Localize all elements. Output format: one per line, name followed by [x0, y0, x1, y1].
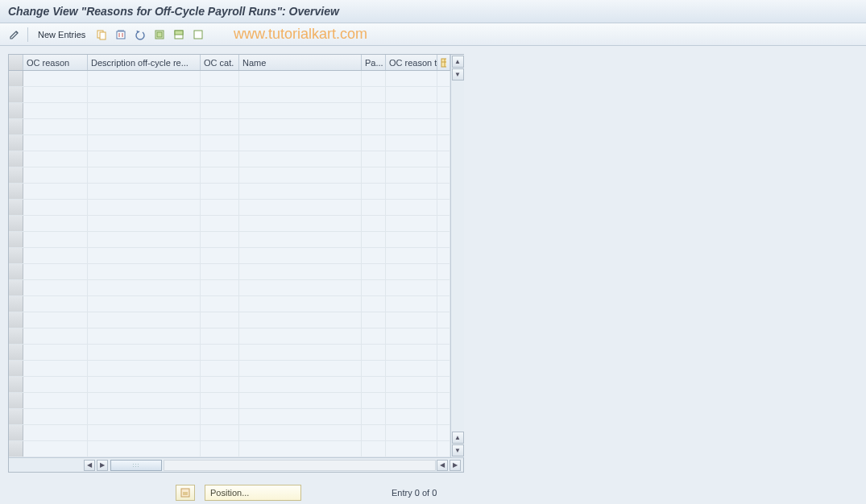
table-row[interactable]: [9, 71, 450, 87]
cell-description[interactable]: [88, 441, 201, 456]
position-button[interactable]: Position...: [205, 485, 301, 501]
table-row[interactable]: [9, 248, 450, 264]
cell-oc-reason[interactable]: [23, 216, 88, 231]
cell-oc-cat[interactable]: [201, 425, 239, 440]
cell-description[interactable]: [88, 361, 201, 376]
row-selector[interactable]: [9, 87, 23, 102]
table-row[interactable]: [9, 409, 450, 425]
cell-name[interactable]: [239, 328, 362, 344]
column-header-oc-reason[interactable]: OC reason: [23, 55, 88, 70]
table-row[interactable]: [9, 232, 450, 248]
table-settings-button[interactable]: [437, 55, 450, 70]
row-selector[interactable]: [9, 377, 23, 392]
cell-oc-cat[interactable]: [201, 248, 239, 263]
cell-oc-reason[interactable]: [23, 232, 88, 247]
cell-description[interactable]: [88, 296, 201, 312]
cell-oc-cat[interactable]: [201, 119, 239, 134]
cell-pa[interactable]: [362, 135, 386, 151]
cell-name[interactable]: [239, 248, 362, 263]
cell-oc-reason-type[interactable]: [386, 119, 437, 134]
cell-name[interactable]: [239, 184, 362, 199]
cell-oc-reason[interactable]: [23, 425, 88, 440]
cell-description[interactable]: [88, 167, 201, 183]
row-selector[interactable]: [9, 296, 23, 312]
scroll-thumb[interactable]: :::: [110, 460, 162, 471]
cell-oc-cat[interactable]: [201, 184, 239, 199]
cell-description[interactable]: [88, 87, 201, 102]
cell-pa[interactable]: [362, 216, 386, 231]
cell-name[interactable]: [239, 216, 362, 231]
table-row[interactable]: [9, 393, 450, 409]
scroll-right-button-2[interactable]: ▶: [450, 460, 461, 471]
cell-oc-reason[interactable]: [23, 71, 88, 86]
cell-oc-cat[interactable]: [201, 441, 239, 456]
cell-oc-reason[interactable]: [23, 345, 88, 360]
cell-pa[interactable]: [362, 167, 386, 183]
cell-oc-cat[interactable]: [201, 135, 239, 151]
cell-pa[interactable]: [362, 425, 386, 440]
cell-name[interactable]: [239, 425, 362, 440]
cell-pa[interactable]: [362, 103, 386, 118]
cell-name[interactable]: [239, 151, 362, 167]
cell-name[interactable]: [239, 71, 362, 86]
cell-pa[interactable]: [362, 441, 386, 456]
cell-oc-reason[interactable]: [23, 87, 88, 102]
cell-oc-reason-type[interactable]: [386, 216, 437, 231]
cell-description[interactable]: [88, 409, 201, 424]
table-row[interactable]: [9, 184, 450, 200]
undo-button[interactable]: [132, 27, 148, 43]
table-row[interactable]: [9, 151, 450, 167]
table-row[interactable]: [9, 441, 450, 457]
cell-description[interactable]: [88, 216, 201, 231]
cell-pa[interactable]: [362, 328, 386, 344]
row-selector[interactable]: [9, 232, 23, 247]
cell-oc-cat[interactable]: [201, 345, 239, 360]
table-row[interactable]: [9, 167, 450, 184]
row-selector[interactable]: [9, 328, 23, 344]
cell-description[interactable]: [88, 264, 201, 279]
cell-oc-reason-type[interactable]: [386, 71, 437, 86]
row-selector[interactable]: [9, 216, 23, 231]
select-all-column-header[interactable]: [9, 55, 23, 70]
column-header-pa[interactable]: Pa...: [362, 55, 386, 70]
row-selector[interactable]: [9, 441, 23, 456]
table-row[interactable]: [9, 328, 450, 345]
cell-oc-reason-type[interactable]: [386, 87, 437, 102]
cell-description[interactable]: [88, 200, 201, 215]
cell-name[interactable]: [239, 280, 362, 295]
cell-oc-reason[interactable]: [23, 264, 88, 279]
cell-description[interactable]: [88, 345, 201, 360]
column-header-oc-reason-type[interactable]: OC reason t: [386, 55, 437, 70]
cell-oc-reason[interactable]: [23, 103, 88, 118]
table-row[interactable]: [9, 103, 450, 119]
column-header-oc-cat[interactable]: OC cat.: [201, 55, 239, 70]
row-selector[interactable]: [9, 103, 23, 118]
cell-oc-reason[interactable]: [23, 200, 88, 215]
cell-oc-cat[interactable]: [201, 264, 239, 279]
select-all-button[interactable]: [151, 27, 168, 43]
cell-description[interactable]: [88, 71, 201, 86]
cell-name[interactable]: [239, 167, 362, 183]
cell-oc-reason-type[interactable]: [386, 135, 437, 151]
cell-oc-cat[interactable]: [201, 232, 239, 247]
cell-description[interactable]: [88, 280, 201, 295]
cell-description[interactable]: [88, 393, 201, 408]
cell-oc-reason-type[interactable]: [386, 377, 437, 392]
cell-pa[interactable]: [362, 280, 386, 295]
cell-name[interactable]: [239, 119, 362, 134]
table-row[interactable]: [9, 361, 450, 377]
cell-oc-reason[interactable]: [23, 441, 88, 456]
cell-oc-reason[interactable]: [23, 377, 88, 392]
cell-description[interactable]: [88, 328, 201, 344]
column-header-name[interactable]: Name: [239, 55, 362, 70]
cell-oc-cat[interactable]: [201, 103, 239, 118]
cell-oc-cat[interactable]: [201, 312, 239, 328]
cell-pa[interactable]: [362, 184, 386, 199]
cell-pa[interactable]: [362, 409, 386, 424]
cell-pa[interactable]: [362, 377, 386, 392]
row-selector[interactable]: [9, 425, 23, 440]
cell-description[interactable]: [88, 425, 201, 440]
cell-oc-reason-type[interactable]: [386, 345, 437, 360]
table-row[interactable]: [9, 296, 450, 312]
scroll-down-button[interactable]: ▼: [452, 68, 464, 81]
